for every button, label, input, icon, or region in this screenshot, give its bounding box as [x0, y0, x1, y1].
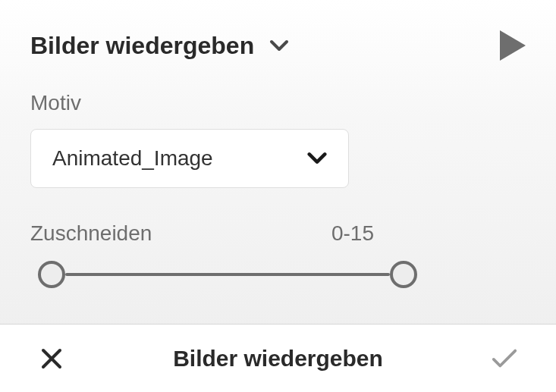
- slider-handle-max[interactable]: [390, 261, 417, 288]
- footer-title: Bilder wiedergeben: [173, 346, 383, 372]
- chevron-down-icon: [307, 152, 327, 165]
- title-dropdown-group[interactable]: Bilder wiedergeben: [30, 32, 289, 60]
- panel-title: Bilder wiedergeben: [30, 32, 254, 60]
- main-panel: Bilder wiedergeben Motiv Animated_Image: [0, 0, 556, 324]
- crop-label: Zuschneiden: [30, 221, 152, 246]
- crop-section: Zuschneiden 0-15: [30, 221, 526, 290]
- chevron-down-icon: [269, 39, 289, 52]
- motif-label: Motiv: [30, 91, 526, 115]
- motif-section: Motiv Animated_Image: [30, 91, 526, 188]
- svg-marker-0: [500, 30, 526, 61]
- crop-range-slider[interactable]: [38, 259, 417, 290]
- slider-handle-min[interactable]: [38, 261, 65, 288]
- bottom-bar: Bilder wiedergeben: [0, 324, 556, 392]
- motif-selected-value: Animated_Image: [52, 146, 213, 171]
- panel-header: Bilder wiedergeben: [30, 30, 526, 61]
- slider-track: [65, 273, 390, 276]
- play-icon[interactable]: [500, 30, 526, 61]
- crop-range-label: 0-15: [331, 221, 374, 246]
- crop-labels: Zuschneiden 0-15: [30, 221, 526, 246]
- check-icon[interactable]: [491, 345, 518, 372]
- close-icon[interactable]: [38, 345, 65, 372]
- motif-dropdown[interactable]: Animated_Image: [30, 129, 349, 188]
